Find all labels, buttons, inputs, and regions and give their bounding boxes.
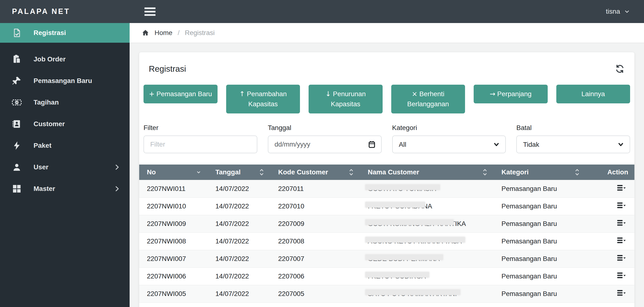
main-area: Home / Registrasi Registrasi +Pemasangan… [130,23,644,307]
bolt-icon [10,141,23,150]
action-menu-icon [616,201,627,210]
chevron-right-icon [113,164,120,171]
arrow-right-icon: → [490,90,495,98]
file-check-icon [10,28,23,38]
refresh-button[interactable] [615,64,625,74]
action-menu-icon [616,288,627,297]
cell-tanggal: 14/07/2022 [208,285,270,302]
pemasangan-baru-button[interactable]: +Pemasangan Baru [144,85,218,103]
cell-kode-customer: 2207006 [270,267,360,285]
perpanjang-button[interactable]: →Perpanjang [474,85,548,103]
table-row-partial [139,302,634,307]
cell-tanggal: 14/07/2022 [208,197,270,215]
row-action-menu-button[interactable] [616,271,627,280]
column-label: Kategori [502,168,529,176]
chevron-down-icon [624,9,630,15]
arrow-up-icon: ↑ [239,90,245,98]
cell-nama-customer: GUSTI AYU YUNIASIH [360,180,494,197]
cell-tanggal: 14/07/2022 [208,250,270,267]
breadcrumb: Home / Registrasi [130,23,644,43]
table-row: 2207NWI00614/07/20222207006I KETUT SUDIR… [139,267,634,285]
cell-nama-customer: GUSTI KOMANG ALIT KARTIKA [360,215,494,232]
berhenti-berlangganan-button[interactable]: ×Berhenti Berlangganan [391,85,465,113]
column-header-action: Action [586,165,634,180]
row-action-menu-button[interactable] [616,253,627,262]
cell-kategori: Pemasangan Baru [494,197,586,215]
sort-icon [574,168,580,176]
row-action-menu-button[interactable] [616,236,627,245]
batal-label: Batal [516,124,630,132]
sidebar-item-customer[interactable]: Customer [0,113,130,135]
penambahan-kapasitas-button[interactable]: ↑Penambahan Kapasitas [226,85,300,113]
kategori-select[interactable]: All [392,136,506,153]
table-row: 2207NWI00714/07/20222207007GEDE BUDI PER… [139,250,634,267]
cell-kategori: Pemasangan Baru [494,285,586,302]
row-action-menu-button[interactable] [616,288,627,297]
lainnya-button[interactable]: Lainnya [556,85,630,103]
x-icon: × [412,90,417,98]
sidebar-item-user[interactable]: User [0,156,130,178]
tanggal-label: Tanggal [268,124,382,132]
action-menu-icon [616,271,627,280]
page-content: Registrasi +Pemasangan Baru↑Penambahan K… [130,43,644,307]
cell-action [586,197,634,215]
sort-icon [482,168,488,176]
sidebar-item-paket[interactable]: Paket [0,135,130,156]
column-header-nama-customer[interactable]: Nama Customer [360,165,494,180]
customer-name-redacted: GUSTI AYU YUNIASIH [368,185,436,193]
menu-toggle-icon[interactable] [144,8,156,16]
cell-action [586,215,634,232]
cell-action [586,267,634,285]
sidebar-item-registrasi[interactable]: Registrasi [0,23,130,43]
row-action-menu-button[interactable] [616,201,627,210]
sidebar-item-label: Pemasangan Baru [34,77,120,85]
penurunan-kapasitas-button[interactable]: ↓Penurunan Kapasitas [308,85,382,113]
column-header-kategori[interactable]: Kategori [494,165,586,180]
sidebar-item-label: Customer [34,120,120,128]
column-label: Tanggal [216,168,240,176]
row-action-menu-button[interactable] [616,183,627,192]
breadcrumb-home-link[interactable]: Home [154,29,172,37]
button-label: Lainnya [582,90,605,98]
button-label: Penambahan Kapasitas [247,90,287,108]
cell-kode-customer: 2207007 [270,250,360,267]
cell-nama-customer: I KETUT SUDIRGA [360,267,494,285]
batal-select[interactable]: Tidak [516,136,630,153]
customer-name-redacted: GEDE BUDI PERMANA [368,255,440,263]
column-label: Action [607,168,628,176]
sidebar-item-pemasangan-baru[interactable]: Pemasangan Baru [0,70,130,92]
registrasi-table: NoTanggalKode CustomerNama CustomerKateg… [139,165,634,307]
cell-no: 2207NWI010 [139,197,208,215]
cell-no: 2207NWI008 [139,232,208,250]
cell-kategori: Pemasangan Baru [494,250,586,267]
sidebar-item-label: Job Order [34,55,120,63]
sort-desc-icon [196,169,202,175]
tanggal-date-input[interactable] [268,136,382,153]
money-bill-icon: $ [10,97,23,107]
cell-kode-customer: 2207011 [270,180,360,197]
sidebar-item-tagihan[interactable]: $Tagihan [0,92,130,113]
filter-input[interactable] [144,136,257,153]
cell-action [586,232,634,250]
grid-icon [10,184,23,194]
filter-group: Filter [144,124,257,153]
column-header-kode-customer[interactable]: Kode Customer [270,165,360,180]
cell-nama-customer: I KETUT SUKADANA [360,197,494,215]
home-icon [142,29,149,37]
cell-nama-customer: GEDE BUDI PERMANA [360,250,494,267]
sidebar-item-job-order[interactable]: Job Order [0,49,130,70]
column-header-no[interactable]: No [139,165,208,180]
action-buttons-row: +Pemasangan Baru↑Penambahan Kapasitas↓Pe… [139,85,634,113]
action-menu-icon [616,236,627,245]
sort-icon [259,168,264,176]
filter-label: Filter [144,124,257,132]
button-label: Penurunan Kapasitas [331,90,366,108]
sidebar-item-master[interactable]: Master [0,178,130,200]
customer-name-redacted: I KETUT SUDIRGA [368,272,426,280]
address-card-icon [10,119,23,129]
column-header-tanggal[interactable]: Tanggal [208,165,270,180]
user-menu[interactable]: tisna [606,8,630,15]
customer-name-redacted: SAYU PUTU KAMAR ARTANI [368,290,457,298]
customer-name-redacted: AGUNG KETUT KIRANA YASA [368,237,462,245]
row-action-menu-button[interactable] [616,218,627,227]
